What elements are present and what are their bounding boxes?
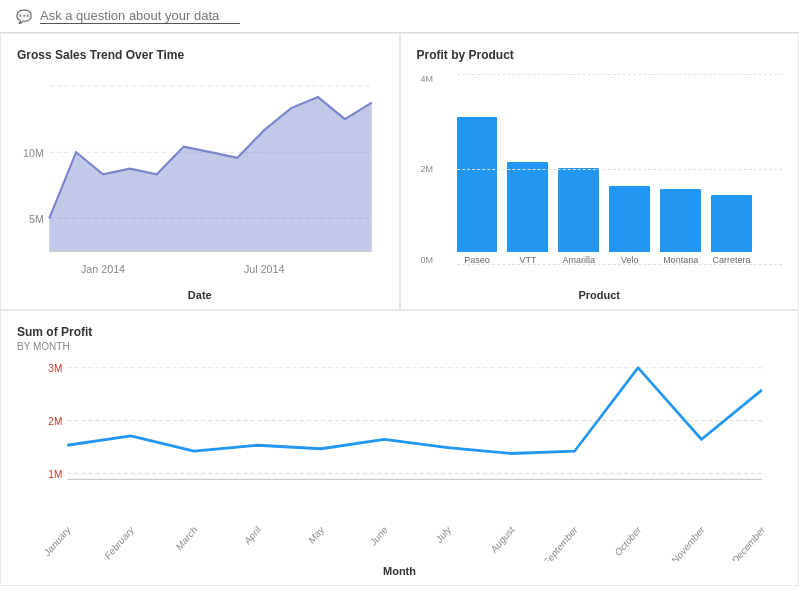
- bar-chart-container: 0M2M4M PaseoVTTAmarillaVeloMontanaCarret…: [417, 64, 783, 285]
- bar-x-label: Velo: [621, 255, 639, 265]
- area-chart-svg: 10M 5M Jan 2014 Jul 2014: [17, 64, 383, 285]
- svg-text:January: January: [42, 523, 72, 558]
- svg-text:February: February: [103, 523, 136, 561]
- svg-marker-5: [49, 97, 372, 251]
- profit-by-product-chart: Profit by Product 0M2M4M PaseoVTTAmarill…: [400, 33, 800, 310]
- y-axis-labels: 0M2M4M: [421, 74, 434, 265]
- sum-profit-title: Sum of Profit: [17, 325, 782, 339]
- svg-text:August: August: [489, 523, 516, 555]
- profit-product-title: Profit by Product: [417, 48, 783, 62]
- grid-line: [457, 169, 783, 170]
- bar-group: Montana: [660, 189, 701, 265]
- dashboard: Gross Sales Trend Over Time 10M 5M Jan 2…: [0, 33, 799, 586]
- bar-group: Amarilla: [558, 168, 599, 265]
- bar: [558, 168, 599, 252]
- grid-line: [457, 74, 783, 75]
- bar: [507, 162, 548, 252]
- bar-x-label: VTT: [519, 255, 536, 265]
- svg-text:June: June: [368, 523, 389, 548]
- svg-text:May: May: [307, 523, 326, 546]
- gross-sales-chart: Gross Sales Trend Over Time 10M 5M Jan 2…: [0, 33, 400, 310]
- gross-sales-title: Gross Sales Trend Over Time: [17, 48, 383, 62]
- bar: [660, 189, 701, 252]
- top-bar: 💬: [0, 0, 799, 33]
- svg-text:5M: 5M: [29, 213, 44, 225]
- svg-text:March: March: [174, 523, 199, 552]
- gross-sales-x-label: Date: [17, 289, 383, 301]
- sum-of-profit-chart: Sum of Profit BY MONTH 1M 2M 3M January: [0, 310, 799, 587]
- svg-text:2M: 2M: [48, 414, 62, 427]
- svg-text:November: November: [670, 523, 707, 561]
- sum-profit-x-label: Month: [17, 565, 782, 577]
- svg-text:July: July: [434, 523, 453, 545]
- bar: [457, 117, 498, 252]
- svg-text:10M: 10M: [23, 146, 44, 158]
- bar-group: Velo: [609, 186, 650, 265]
- area-chart-container: 10M 5M Jan 2014 Jul 2014: [17, 64, 383, 285]
- svg-text:September: September: [541, 523, 580, 561]
- bar-group: VTT: [507, 162, 548, 265]
- profit-product-x-label: Product: [417, 289, 783, 301]
- bar-group: Carretera: [711, 195, 752, 265]
- y-axis-label: 2M: [421, 164, 434, 174]
- bar-group: Paseo: [457, 117, 498, 265]
- sum-profit-subtitle: BY MONTH: [17, 341, 782, 352]
- y-axis-label: 4M: [421, 74, 434, 84]
- line-chart-svg: 1M 2M 3M January February March April Ma…: [17, 356, 782, 562]
- bar-x-label: Carretera: [713, 255, 751, 265]
- bar-x-label: Amarilla: [563, 255, 596, 265]
- bar: [711, 195, 752, 252]
- svg-text:December: December: [730, 523, 767, 561]
- bar-chart-inner: 0M2M4M PaseoVTTAmarillaVeloMontanaCarret…: [417, 64, 783, 285]
- svg-text:Jul 2014: Jul 2014: [244, 263, 285, 275]
- chat-icon: 💬: [16, 9, 32, 24]
- ask-question-input[interactable]: [40, 8, 240, 24]
- bar: [609, 186, 650, 252]
- svg-text:April: April: [242, 523, 262, 546]
- svg-text:1M: 1M: [48, 467, 62, 480]
- svg-text:October: October: [613, 523, 643, 558]
- line-chart-container: 1M 2M 3M January February March April Ma…: [17, 356, 782, 562]
- bar-x-label: Paseo: [464, 255, 490, 265]
- svg-text:Jan 2014: Jan 2014: [81, 263, 125, 275]
- bar-x-label: Montana: [663, 255, 698, 265]
- y-axis-label: 0M: [421, 255, 434, 265]
- svg-text:3M: 3M: [48, 361, 62, 374]
